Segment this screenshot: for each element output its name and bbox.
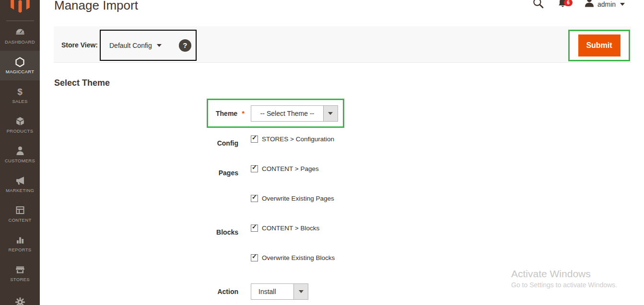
overwrite-blocks-checkbox[interactable] [251,254,258,261]
admin-menu[interactable]: admin [597,0,616,8]
action-select[interactable]: Install [251,283,308,300]
megaphone-icon [15,176,25,185]
store-view-switcher[interactable]: Default Config ? [100,30,197,61]
sidebar-item-reports[interactable]: REPORTS [0,229,40,259]
config-checkbox[interactable] [251,136,258,143]
sidebar-item-customers[interactable]: CUSTOMERS [0,140,40,169]
sidebar-item-stores[interactable]: STORES [0,259,40,288]
magento-logo-icon [11,0,30,13]
sidebar-item-magiccart[interactable]: MAGICCART [0,51,40,80]
sidebar-item-label: REPORTS [9,247,32,252]
page-title: Manage Import [54,0,138,13]
sidebar-item-label: CUSTOMERS [5,158,35,163]
page-toolbar: Store View: Default Config ? Submit [54,26,631,63]
submit-button[interactable]: Submit [578,34,621,56]
overwrite-pages-checkbox[interactable] [251,195,258,202]
sidebar-item-label: MARKETING [6,188,34,193]
action-select-value: Install [251,284,293,299]
sidebar-item-label: PRODUCTS [7,128,34,134]
pages-label: Pages [200,169,238,177]
action-label: Action [200,288,238,295]
sidebar-item-sales[interactable]: $ SALES [0,80,40,110]
pages-checkbox[interactable] [251,165,258,172]
person-icon [15,146,25,156]
checkbox-label: CONTENT > Blocks [262,225,319,232]
manage-import-page: DASHBOARD MAGICCART $ SALES PRODUCT [0,0,644,305]
config-checkbox-row: STORES > Configuration [251,136,334,143]
chevron-down-icon [328,112,333,115]
pages-checkbox-row: CONTENT > Pages [251,165,319,172]
watermark-title: Activate Windows [511,268,617,280]
chevron-down-icon [157,44,162,47]
windows-activation-watermark: Activate Windows Go to Settings to activ… [511,268,617,289]
blocks-label: Blocks [200,228,238,236]
user-avatar-icon[interactable] [584,0,595,9]
storefront-icon [15,265,25,274]
blocks-checkbox[interactable] [251,225,258,232]
store-view-value: Default Config [109,42,152,49]
sidebar-item-label: SALES [12,99,27,104]
watermark-subtitle: Go to Settings to activate Windows. [511,281,617,289]
bar-chart-icon [15,235,25,245]
sidebar-item-system[interactable] [0,288,40,305]
chevron-down-icon[interactable] [620,3,625,6]
sidebar-item-label: STORES [10,277,30,282]
required-asterisk: * [242,109,245,117]
sidebar-item-label: CONTENT [8,217,31,223]
store-view-label: Store View: [61,41,98,49]
theme-select-value: -- Select Theme -- [251,106,323,121]
chevron-down-icon [299,290,304,293]
overwrite-blocks-checkbox-row: Overwrite Existing Blocks [251,254,335,261]
sidebar-item-marketing[interactable]: MARKETING [0,169,40,199]
theme-select-arrow-button[interactable] [323,106,338,121]
action-select-arrow-button[interactable] [293,284,308,299]
dashboard-icon [15,27,25,37]
sidebar-item-label: MAGICCART [6,69,35,74]
checkbox-label: Overwrite Existing Blocks [262,254,335,261]
admin-sidebar: DASHBOARD MAGICCART $ SALES PRODUCT [0,0,40,305]
sidebar-item-dashboard[interactable]: DASHBOARD [0,21,40,51]
theme-select[interactable]: -- Select Theme -- [251,105,338,122]
overwrite-pages-checkbox-row: Overwrite Existing Pages [251,195,334,202]
highlight-box-theme: Theme * -- Select Theme -- [207,99,344,128]
sidebar-item-content[interactable]: CONTENT [0,199,40,229]
gear-icon [15,297,25,305]
sidebar-item-label: DASHBOARD [5,39,35,45]
hexagon-icon [15,57,25,67]
box-icon [15,116,25,126]
highlight-box-submit: Submit [568,30,630,61]
dollar-icon: $ [15,87,25,96]
config-label: Config [200,139,238,147]
search-icon[interactable] [532,0,544,11]
checkbox-label: STORES > Configuration [262,136,334,143]
sidebar-item-products[interactable]: PRODUCTS [0,110,40,140]
checkbox-label: CONTENT > Pages [262,165,319,172]
notification-badge[interactable]: 6 [564,0,573,6]
magento-logo[interactable] [0,0,40,21]
blocks-checkbox-row: CONTENT > Blocks [251,225,319,232]
layout-icon [15,205,25,215]
checkbox-label: Overwrite Existing Pages [262,195,334,202]
theme-label: Theme [216,110,237,117]
help-icon[interactable]: ? [179,39,191,52]
section-heading: Select Theme [54,78,110,88]
